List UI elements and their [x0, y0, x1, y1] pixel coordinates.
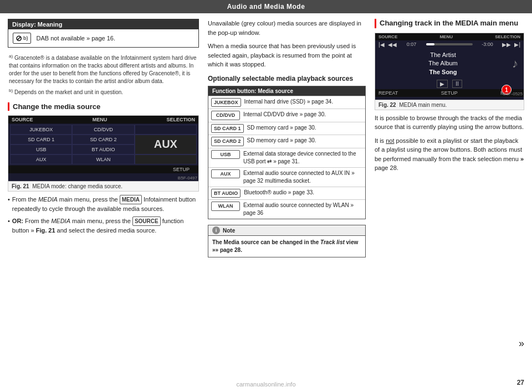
- banner-title: Audio and Media Mode: [227, 3, 305, 11]
- grid-usb: USB: [10, 145, 72, 154]
- screen-menu-label: MENU: [93, 117, 108, 122]
- display-meaning-text: DAB not available » page 16.: [37, 35, 116, 42]
- func-row-cddvd: CD/DVD Internal CD/DVD drive » page 30.: [208, 109, 365, 122]
- media-badge[interactable]: MEDIA: [120, 195, 142, 204]
- footnote-b: b) Depends on the market and unit in que…: [9, 87, 198, 96]
- fig22-text: MEDIA main menu.: [399, 102, 447, 108]
- mms-track-info: The Artist The Album The Song: [377, 51, 509, 76]
- func-badge-sdcard1: SD CARD 1: [211, 124, 244, 133]
- fig22-caption: Fig. 22 MEDIA main menu.: [375, 100, 524, 110]
- func-desc-jukebox: Internal hard drive (SSD) » page 34.: [244, 98, 362, 106]
- display-meaning-content: ⊘ b) DAB not available » page 16.: [8, 29, 198, 47]
- function-table: Function button: Media source JUKEBOX In…: [208, 86, 366, 220]
- mms-menu-label: MENU: [439, 34, 453, 39]
- note-text-bold: The Media source can be changed in the T…: [212, 239, 358, 253]
- fig21-text: MEDIA mode: change media source.: [32, 183, 122, 189]
- screen-top-bar: SOURCE MENU SELECTION: [8, 116, 198, 123]
- display-meaning-header: Display: Meaning: [8, 19, 198, 29]
- unavailable-text: Unavailable (grey colour) media sources …: [208, 19, 366, 69]
- right-column: Changing track in the MEDIA main menu SO…: [375, 19, 524, 384]
- source-badge[interactable]: SOURCE: [132, 216, 161, 226]
- dab-icon: ⊘ b): [13, 33, 31, 44]
- media-main-figure: SOURCE MENU SELECTION |◀ ◀◀ 0:07 -3:00 ▶…: [375, 33, 524, 110]
- note-header: i Note: [208, 225, 365, 236]
- func-row-wlan: WLAN External audio source connected by …: [208, 199, 365, 219]
- bullet2-dot: •: [8, 216, 10, 235]
- function-table-header: Function button: Media source: [208, 86, 365, 96]
- unavailable-para: Unavailable (grey colour) media sources …: [208, 19, 366, 37]
- screen-source-label: SOURCE: [12, 117, 33, 122]
- watermark: carmanualsonline.info: [236, 381, 295, 388]
- mms-progress-bar: [426, 43, 472, 45]
- grid-sdcard2: SD CARD 2: [72, 135, 134, 145]
- media-screen: SOURCE MENU SELECTION JUKEBOX CD/DVD SD …: [8, 116, 198, 181]
- fig21-label: Fig. 21: [12, 183, 29, 189]
- note-tracklist-italic: Track list: [320, 239, 345, 245]
- mms-progress-fill: [426, 43, 434, 45]
- func-desc-sdcard2: SD memory card » page 30.: [247, 137, 362, 145]
- right-arrow-symbol: »: [519, 336, 524, 351]
- when-para: When a media source that has been previo…: [208, 42, 366, 69]
- mms-source-label: SOURCE: [378, 34, 397, 39]
- right-body-text: It is possible to browse through the tra…: [375, 114, 524, 173]
- bsf-label-left: B5F-0497: [178, 176, 197, 180]
- dab-b-label: b): [23, 35, 28, 41]
- mms-body: The Artist The Album The Song ♪: [375, 49, 524, 79]
- mms-play-btn[interactable]: ▶: [437, 80, 448, 88]
- display-meaning-box: Display: Meaning ⊘ b) DAB not available …: [8, 19, 199, 48]
- mms-bottom-bar: REPEAT SETUP MIX 1 B5F-0525: [375, 89, 524, 97]
- func-desc-sdcard1: SD memory card » page 30.: [247, 124, 362, 132]
- note-content: The Media source can be changed in the T…: [208, 236, 365, 257]
- left-column: Display: Meaning ⊘ b) DAB not available …: [8, 19, 199, 384]
- func-row-sdcard2: SD CARD 2 SD memory card » page 30.: [208, 135, 365, 148]
- bullet2: • OR: From the MEDIA main menu, press th…: [8, 216, 199, 235]
- func-row-usb: USB External data storage device connect…: [208, 148, 365, 167]
- func-desc-usb: External data storage device connected t…: [243, 150, 362, 166]
- func-badge-jukebox: JUKEBOX: [211, 98, 241, 107]
- bullet2-text: OR: From the MEDIA main menu, press the …: [12, 216, 199, 235]
- grid-sdcard1: SD CARD 1: [10, 135, 72, 145]
- func-row-sdcard1: SD CARD 1 SD memory card » page 30.: [208, 122, 365, 135]
- mms-song: The Song: [377, 68, 509, 76]
- mms-pause-btn[interactable]: II: [452, 80, 462, 88]
- media-figure: SOURCE MENU SELECTION JUKEBOX CD/DVD SD …: [8, 115, 199, 192]
- func-desc-cddvd: Internal CD/DVD drive » page 30.: [243, 111, 362, 118]
- right-body-para1: It is possible to browse through the tra…: [375, 114, 524, 132]
- func-row-aux: AUX External audio source connected to A…: [208, 167, 365, 187]
- right-body-para2: It is not possible to exit a playlist or…: [375, 136, 524, 173]
- mms-album: The Album: [377, 59, 509, 68]
- screen-selection-label: SELECTION: [166, 117, 195, 122]
- mms-next-icon: ▶|: [514, 42, 520, 48]
- change-media-heading: Change the media source: [8, 102, 199, 111]
- screen-bottom-bar: SETUP B5F-0497: [8, 166, 198, 173]
- bullet2-media-italic: MEDIA: [51, 218, 70, 224]
- bsf-label-right: B5F-0525: [503, 91, 523, 96]
- media-main-screen: SOURCE MENU SELECTION |◀ ◀◀ 0:07 -3:00 ▶…: [375, 33, 524, 100]
- mms-time-remaining: -3:00: [476, 42, 499, 47]
- middle-column: Unavailable (grey colour) media sources …: [208, 19, 366, 384]
- fig22-label: Fig. 22: [378, 102, 396, 108]
- bullet1-dot: •: [8, 195, 10, 214]
- func-badge-aux: AUX: [211, 169, 240, 179]
- grid-btaudio: BT AUDIO: [72, 145, 134, 154]
- bullet1-media-italic: MEDIA: [38, 196, 58, 203]
- mms-artist: The Artist: [377, 51, 509, 59]
- note-icon: i: [212, 226, 220, 234]
- func-badge-cddvd: CD/DVD: [211, 111, 240, 120]
- bullet2-or: OR:: [12, 218, 23, 224]
- note-label: Note: [223, 228, 235, 234]
- media-grid: JUKEBOX CD/DVD SD CARD 1 SD CARD 2 AUX U…: [8, 123, 198, 166]
- right-body-arrow: »: [520, 156, 524, 162]
- mms-fwd-icon: ▶▶: [502, 42, 511, 48]
- func-desc-btaudio: Bluetooth® audio » page 33.: [244, 189, 362, 197]
- mms-rew-icon: ◀◀: [388, 42, 397, 48]
- func-row-jukebox: JUKEBOX Internal hard drive (SSD) » page…: [208, 96, 365, 109]
- grid-empty2: [135, 154, 197, 164]
- right-heading: Changing track in the MEDIA main menu: [375, 19, 524, 28]
- page-banner: Audio and Media Mode: [0, 0, 532, 13]
- mms-music-icon: ♪: [509, 56, 521, 71]
- optional-heading: Optionally selectable media playback sou…: [208, 75, 366, 82]
- func-badge-wlan: WLAN: [211, 202, 240, 211]
- grid-aux: AUX: [10, 154, 72, 164]
- func-row-btaudio: BT AUDIO Bluetooth® audio » page 33.: [208, 187, 365, 200]
